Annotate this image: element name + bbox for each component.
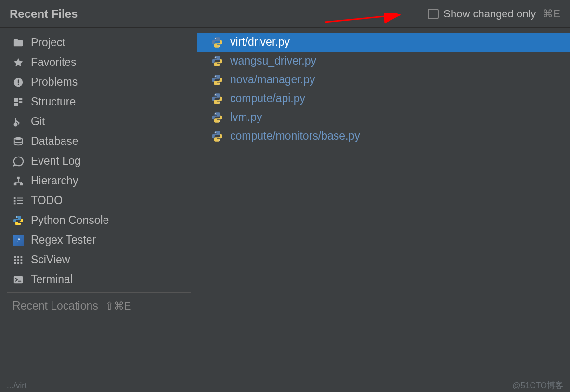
sidebar-item-todo[interactable]: TODO [0, 191, 197, 210]
file-item[interactable]: lvm.py [197, 108, 570, 127]
folder-icon [13, 37, 24, 49]
svg-rect-14 [14, 202, 16, 204]
svg-rect-7 [17, 176, 20, 179]
svg-point-31 [219, 65, 220, 65]
sidebar-item-sciview[interactable]: SciView [0, 250, 197, 270]
file-name: virt/driver.py [230, 36, 290, 49]
database-icon [13, 136, 24, 147]
sidebar-item-label: Project [31, 36, 65, 49]
warning-icon [13, 77, 24, 88]
recent-locations-shortcut: ⇧⌘E [105, 300, 131, 313]
footer-path: .../virt [7, 381, 27, 391]
file-item[interactable]: wangsu_driver.py [197, 52, 570, 70]
show-changed-only-checkbox[interactable] [428, 9, 439, 19]
svg-point-16 [16, 216, 17, 217]
svg-point-5 [14, 123, 17, 126]
sidebar-item-label: Problems [31, 76, 78, 89]
sidebar-item-label: Event Log [31, 155, 81, 168]
sidebar: Project Favorites Problems Structure [0, 28, 197, 321]
footer-watermark: @51CTO博客 [512, 380, 563, 391]
sidebar-item-label: Structure [31, 95, 76, 108]
sidebar-item-terminal[interactable]: Terminal [0, 270, 197, 289]
sidebar-item-database[interactable]: Database [0, 131, 197, 151]
sidebar-item-label: Python Console [31, 214, 109, 227]
sidebar-item-label: SciView [31, 253, 70, 266]
python-console-icon [13, 215, 24, 226]
file-item[interactable]: compute/api.py [197, 89, 570, 108]
sidebar-divider [7, 292, 191, 293]
git-icon [13, 116, 24, 128]
svg-point-36 [215, 113, 216, 114]
python-file-icon [211, 92, 223, 105]
header-right: Show changed only ⌘E [428, 8, 560, 20]
show-changed-only-label[interactable]: Show changed only [443, 8, 536, 20]
recent-locations[interactable]: Recent Locations ⇧⌘E [0, 296, 197, 316]
svg-rect-12 [14, 200, 16, 202]
svg-rect-11 [17, 197, 23, 198]
file-item[interactable]: virt/driver.py [197, 33, 570, 52]
sidebar-item-python-console[interactable]: Python Console [0, 210, 197, 230]
sidebar-item-label: TODO [31, 194, 63, 207]
svg-rect-25 [17, 262, 19, 264]
svg-point-39 [219, 140, 220, 141]
file-item[interactable]: nova/manager.py [197, 70, 570, 89]
sidebar-item-label: Regex Tester [31, 234, 96, 247]
sidebar-item-regex-tester[interactable]: .* Regex Tester [0, 230, 197, 250]
svg-rect-23 [21, 259, 23, 261]
sidebar-item-hierarchy[interactable]: Hierarchy [0, 171, 197, 191]
recent-locations-label: Recent Locations [13, 300, 98, 313]
sidebar-item-event-log[interactable]: Event Log [0, 151, 197, 171]
sidebar-item-git[interactable]: Git [0, 112, 197, 131]
svg-rect-20 [21, 256, 23, 258]
header-shortcut: ⌘E [543, 8, 560, 20]
svg-rect-24 [14, 262, 16, 264]
file-list: virt/driver.pywangsu_driver.pynova/manag… [197, 28, 570, 379]
sidebar-item-label: Terminal [31, 273, 73, 286]
svg-rect-8 [14, 183, 16, 185]
svg-rect-21 [14, 259, 16, 261]
hierarchy-icon [13, 175, 24, 187]
header-title: Recent Files [10, 7, 78, 21]
svg-rect-2 [19, 98, 22, 100]
python-file-icon [211, 130, 223, 143]
sidebar-item-favorites[interactable]: Favorites [0, 52, 197, 72]
star-icon [13, 57, 24, 68]
python-file-icon [211, 74, 223, 86]
sidebar-item-structure[interactable]: Structure [0, 92, 197, 112]
python-file-icon [211, 36, 223, 49]
svg-point-38 [215, 131, 216, 132]
structure-icon [13, 96, 24, 108]
svg-point-32 [215, 75, 216, 76]
svg-point-6 [14, 137, 23, 140]
svg-point-17 [20, 223, 21, 224]
file-name: wangsu_driver.py [230, 54, 316, 67]
sidebar-item-project[interactable]: Project [0, 33, 197, 52]
svg-rect-3 [19, 101, 22, 103]
file-name: lvm.py [230, 111, 262, 124]
svg-point-34 [215, 94, 216, 95]
svg-rect-19 [17, 256, 19, 258]
svg-rect-27 [14, 276, 23, 283]
file-name: compute/api.py [230, 92, 305, 105]
svg-rect-1 [14, 98, 18, 101]
svg-point-37 [219, 121, 220, 122]
svg-rect-9 [20, 183, 23, 185]
svg-rect-4 [14, 103, 18, 105]
svg-point-35 [219, 102, 220, 103]
content: Project Favorites Problems Structure [0, 28, 570, 379]
sciview-icon [13, 254, 24, 266]
sidebar-item-label: Favorites [31, 56, 77, 69]
svg-point-28 [215, 38, 216, 39]
file-name: compute/monitors/base.py [230, 130, 360, 143]
sidebar-item-label: Git [31, 115, 45, 128]
file-item[interactable]: compute/monitors/base.py [197, 127, 570, 145]
svg-point-29 [219, 46, 220, 47]
svg-rect-22 [17, 259, 19, 261]
todo-icon [13, 195, 24, 207]
svg-rect-18 [14, 256, 16, 258]
sidebar-item-problems[interactable]: Problems [0, 72, 197, 92]
svg-rect-10 [14, 197, 16, 199]
footer: .../virt @51CTO博客 [0, 379, 570, 392]
file-name: nova/manager.py [230, 73, 315, 86]
svg-point-30 [215, 56, 216, 57]
